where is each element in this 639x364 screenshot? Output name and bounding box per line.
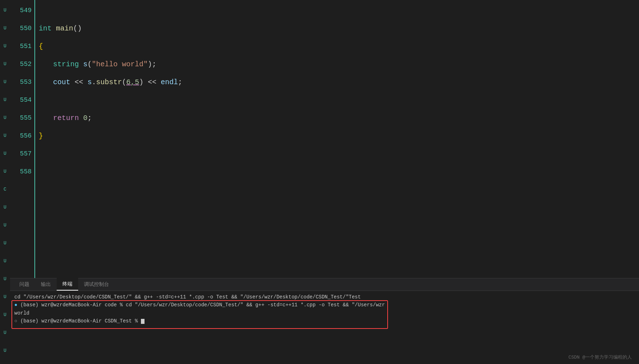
code-line-558	[39, 163, 639, 181]
func-substr: substr	[96, 78, 122, 86]
line-numbers: 549 550 551 552 553 554 555 556 557 558	[10, 0, 35, 278]
sidebar: U U U U U U U U U U C U U U U U U U U U	[0, 0, 10, 364]
sidebar-letter: U	[0, 270, 10, 288]
code-line-555: return 0 ;	[39, 109, 639, 127]
sidebar-letter: U	[0, 19, 10, 37]
terminal-line-1: cd "/Users/wzr/Desktop/code/CSDN_Test/" …	[14, 293, 635, 301]
tab-debug-console[interactable]: 调试控制台	[78, 278, 115, 291]
tab-terminal[interactable]: 终端	[57, 278, 78, 291]
semicolon-2: ;	[87, 114, 92, 122]
line-number-558: 558	[10, 163, 34, 181]
terminal-cursor	[141, 319, 145, 324]
line-number-552: 552	[10, 55, 34, 73]
close-brace: }	[39, 132, 43, 140]
csdn-watermark: CSDN @一个努力学习编程的人	[568, 354, 632, 360]
space	[79, 114, 83, 122]
paren-close-semi: );	[148, 60, 156, 68]
space	[79, 60, 83, 68]
paren-close-2: )	[139, 78, 143, 86]
terminal-panel: 问题 输出 终端 调试控制台 cd "/Users/wzr/Desktop/co…	[10, 278, 639, 364]
tab-output[interactable]: 输出	[35, 278, 57, 291]
line-number-553: 553	[10, 73, 34, 91]
line-number-556: 556	[10, 127, 34, 145]
tab-problems[interactable]: 问题	[14, 278, 35, 291]
terminal-prompt-2: (base) wzr@wzrdeMacBook-Air code % cd "/…	[20, 302, 385, 308]
sidebar-letter: U	[0, 216, 10, 234]
op-lshift-1: <<	[70, 78, 87, 86]
sidebar-letter: U	[0, 145, 10, 163]
line-number-555: 555	[10, 109, 34, 127]
sidebar-letter: U	[0, 1, 10, 19]
prompt-dot-white: ○	[14, 318, 17, 324]
func-main: main	[56, 24, 73, 33]
code-line-549	[39, 1, 639, 19]
line-number-551: 551	[10, 37, 34, 55]
sidebar-letter: C	[0, 181, 10, 198]
sidebar-letter: U	[0, 163, 10, 181]
keyword-endl: endl	[161, 78, 178, 86]
dot: .	[92, 78, 96, 86]
parens: ()	[73, 24, 82, 33]
keyword-cout: cout	[53, 78, 70, 86]
sidebar-letter: U	[0, 324, 10, 342]
line-number-549: 549	[10, 1, 34, 19]
terminal-prompt-3: (base) wzr@wzrdeMacBook-Air CSDN_Test %	[20, 318, 141, 324]
op-lshift-2: <<	[143, 78, 161, 86]
code-lines[interactable]: int main () { string s ( "hello world"	[35, 0, 639, 278]
terminal-output-world: world	[14, 310, 29, 316]
terminal-tabs: 问题 输出 终端 调试控制台	[10, 278, 639, 291]
sidebar-letter: U	[0, 109, 10, 127]
prompt-dot-blue: ●	[14, 302, 17, 308]
semicolon: ;	[178, 78, 182, 86]
sidebar-letter: U	[0, 55, 10, 73]
sidebar-letter: U	[0, 342, 10, 360]
sidebar-letter: U	[0, 91, 10, 109]
sidebar-letter: U	[0, 127, 10, 145]
string-literal: "hello world"	[92, 60, 148, 68]
line-number-554: 554	[10, 91, 34, 109]
substr-params: 6,5	[126, 78, 139, 86]
terminal-body[interactable]: cd "/Users/wzr/Desktop/code/CSDN_Test/" …	[10, 291, 639, 364]
open-brace: {	[39, 42, 43, 51]
keyword-return: return	[53, 114, 79, 122]
code-line-552: string s ( "hello world" );	[39, 55, 639, 73]
paren-open-2: (	[122, 78, 126, 86]
sidebar-letter: U	[0, 73, 10, 91]
paren-open: (	[87, 60, 92, 68]
code-line-551: {	[39, 37, 639, 55]
sidebar-letter: U	[0, 306, 10, 324]
sidebar-letter: U	[0, 198, 10, 216]
code-line-553: cout << s . substr ( 6,5 ) << endl ;	[39, 73, 639, 91]
keyword-string: string	[53, 60, 79, 68]
terminal-line-3: world	[14, 309, 635, 317]
main-content: 549 550 551 552 553 554 555 556 557 558 …	[10, 0, 639, 364]
var-s-2: s	[87, 78, 92, 86]
code-line-554	[39, 91, 639, 109]
terminal-line-4: ○ (base) wzr@wzrdeMacBook-Air CSDN_Test …	[14, 317, 635, 325]
space	[52, 24, 56, 33]
code-line-550: int main ()	[39, 19, 639, 37]
num-zero: 0	[83, 114, 87, 122]
code-line-556: }	[39, 127, 639, 145]
sidebar-letter: U	[0, 288, 10, 306]
line-number-550: 550	[10, 19, 34, 37]
terminal-line-2: ● (base) wzr@wzrdeMacBook-Air code % cd …	[14, 301, 635, 309]
code-line-557	[39, 145, 639, 163]
line-number-557: 557	[10, 145, 34, 163]
code-area: 549 550 551 552 553 554 555 556 557 558 …	[10, 0, 639, 278]
sidebar-letter: U	[0, 234, 10, 252]
code-editor: 549 550 551 552 553 554 555 556 557 558 …	[10, 0, 639, 278]
watermark-text: CSDN @一个努力学习编程的人	[568, 355, 632, 360]
sidebar-letter: U	[0, 37, 10, 55]
sidebar-letter: U	[0, 252, 10, 270]
keyword-int: int	[39, 24, 52, 33]
var-s: s	[83, 60, 87, 68]
